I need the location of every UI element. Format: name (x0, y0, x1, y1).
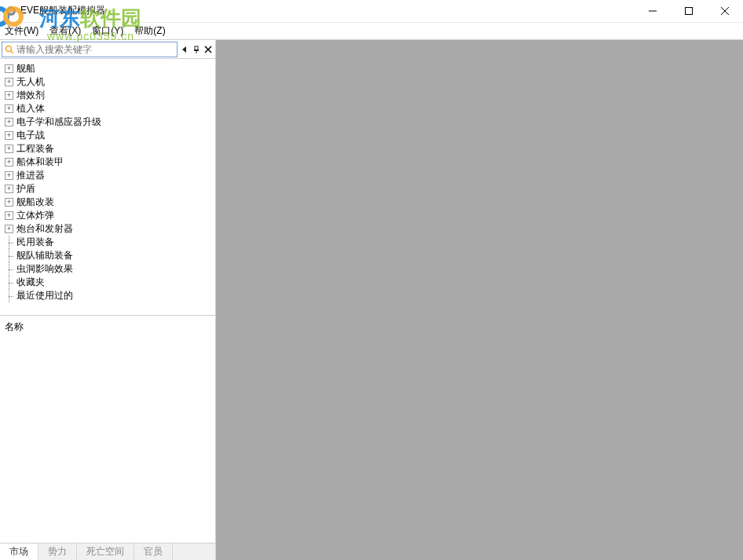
tree-item[interactable]: +舰船改装 (2, 196, 214, 209)
tree-item-label: 舰队辅助装备 (16, 249, 73, 262)
svg-point-1 (9, 9, 13, 13)
tree-item-label: 舰船改装 (16, 196, 54, 209)
menu-window[interactable]: 窗口(Y) (92, 24, 123, 38)
expand-icon[interactable]: + (5, 78, 13, 86)
window-title: EVE舰船装配模拟器 (20, 4, 105, 17)
window-controls (635, 0, 743, 22)
tree-item-label: 舰船 (16, 62, 35, 75)
tree-item[interactable]: +电子战 (2, 129, 214, 142)
menu-file[interactable]: 文件(W) (5, 24, 38, 38)
svg-line-7 (11, 51, 13, 53)
menu-view[interactable]: 查看(X) (49, 24, 81, 38)
tree-branch-icon (5, 251, 13, 260)
expand-icon[interactable]: + (5, 118, 13, 126)
tree-item[interactable]: +舰船 (2, 62, 214, 75)
expand-icon[interactable]: + (5, 64, 13, 73)
minimize-button[interactable] (635, 0, 671, 22)
main-area: +舰船+无人机+增效剂+植入体+电子学和感应器升级+电子战+工程装备+船体和装甲… (0, 39, 743, 560)
content-area (216, 40, 743, 560)
svg-rect-10 (194, 49, 199, 51)
tree-item-label: 增效剂 (16, 89, 45, 102)
tree-item[interactable]: 收藏夹 (2, 276, 214, 289)
bottom-tab[interactable]: 死亡空间 (77, 544, 134, 561)
tree-item-label: 电子战 (16, 129, 45, 142)
svg-rect-3 (686, 8, 693, 15)
tree-item-label: 民用装备 (16, 236, 54, 249)
expand-icon[interactable]: + (5, 91, 13, 100)
expand-icon[interactable]: + (5, 131, 13, 140)
expand-icon[interactable]: + (5, 185, 13, 193)
tree-branch-icon (5, 291, 13, 300)
bottom-tab[interactable]: 官员 (134, 544, 173, 561)
bottom-tab[interactable]: 市场 (0, 544, 38, 561)
tree-branch-icon (5, 265, 13, 273)
tree-item[interactable]: +无人机 (2, 75, 214, 89)
tree-item-label: 工程装备 (16, 142, 54, 156)
search-row (0, 40, 215, 59)
menu-help[interactable]: 帮助(Z) (134, 24, 165, 38)
detail-panel: 名称 (0, 315, 215, 543)
panel-close-icon[interactable] (203, 42, 214, 57)
bottom-tabs: 市场势力死亡空间官员 (0, 543, 215, 560)
tree-item-label: 护盾 (16, 182, 35, 196)
tree-item-label: 立体炸弹 (16, 209, 54, 222)
expand-icon[interactable]: + (5, 171, 13, 180)
tree-item-label: 虫洞影响效果 (16, 262, 73, 276)
tree-item[interactable]: +护盾 (2, 182, 214, 196)
tree-item[interactable]: +炮台和发射器 (2, 222, 214, 236)
svg-marker-8 (182, 46, 186, 53)
tree-item[interactable]: +增效剂 (2, 89, 214, 102)
tree-item-label: 电子学和感应器升级 (16, 115, 101, 129)
tree-item[interactable]: +推进器 (2, 169, 214, 182)
tree-item-label: 最近使用过的 (16, 289, 73, 302)
expand-icon[interactable]: + (5, 104, 13, 113)
expand-icon[interactable]: + (5, 145, 13, 153)
tree-item-label: 船体和装甲 (16, 156, 64, 169)
tree-item-label: 植入体 (16, 102, 45, 115)
panel-pin-icon[interactable] (191, 42, 202, 57)
expand-icon[interactable]: + (5, 225, 13, 233)
tree-item-label: 收藏夹 (16, 276, 45, 289)
sidebar: +舰船+无人机+增效剂+植入体+电子学和感应器升级+电子战+工程装备+船体和装甲… (0, 40, 216, 560)
search-input[interactable] (16, 42, 177, 57)
tree-item[interactable]: 虫洞影响效果 (2, 262, 214, 276)
tree-item[interactable]: +植入体 (2, 102, 214, 115)
tree-branch-icon (5, 238, 13, 247)
maximize-button[interactable] (671, 0, 707, 22)
tree-item[interactable]: +船体和装甲 (2, 156, 214, 169)
close-button[interactable] (707, 0, 743, 22)
tree-item[interactable]: 舰队辅助装备 (2, 249, 214, 262)
tree-branch-icon (5, 278, 13, 287)
menubar: 文件(W) 查看(X) 窗口(Y) 帮助(Z) (0, 22, 743, 39)
expand-icon[interactable]: + (5, 211, 13, 220)
expand-icon[interactable]: + (5, 198, 13, 207)
tree-item[interactable]: +立体炸弹 (2, 209, 214, 222)
bottom-tab[interactable]: 势力 (38, 544, 77, 561)
tree-item[interactable]: +工程装备 (2, 142, 214, 156)
tree-item[interactable]: 民用装备 (2, 236, 214, 249)
category-tree[interactable]: +舰船+无人机+增效剂+植入体+电子学和感应器升级+电子战+工程装备+船体和装甲… (0, 59, 215, 315)
search-icon (2, 45, 16, 54)
titlebar: EVE舰船装配模拟器 (0, 0, 743, 22)
expand-icon[interactable]: + (5, 158, 13, 167)
tree-item-label: 推进器 (16, 169, 45, 182)
tree-item[interactable]: +电子学和感应器升级 (2, 115, 214, 129)
tree-item-label: 无人机 (16, 75, 45, 89)
detail-header: 名称 (5, 321, 24, 332)
svg-point-6 (6, 46, 12, 51)
tree-item-label: 炮台和发射器 (16, 222, 73, 236)
tree-item[interactable]: 最近使用过的 (2, 289, 214, 302)
search-box (2, 42, 178, 57)
panel-buttons (179, 42, 215, 57)
app-icon (5, 5, 17, 17)
panel-collapse-left-icon[interactable] (179, 42, 190, 57)
